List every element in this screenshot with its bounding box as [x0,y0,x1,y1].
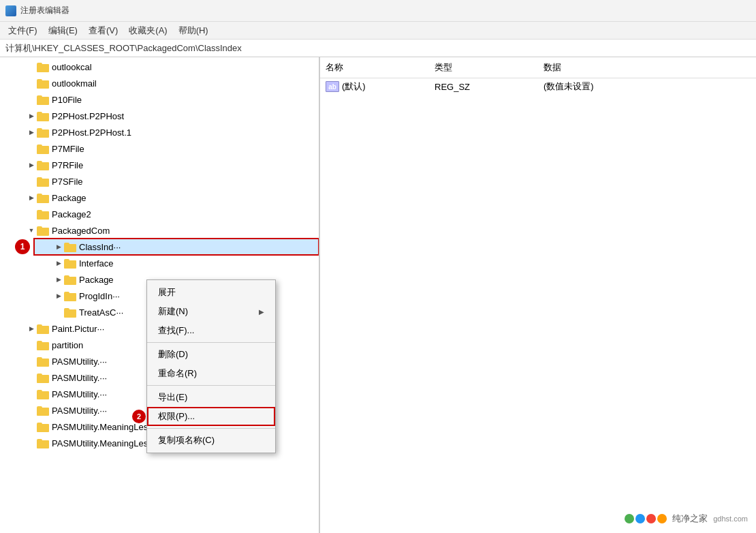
expand-icon [26,61,37,72]
col-type: 类型 [429,60,538,75]
tree-label: outlookmail [52,78,97,89]
ctx-copy-name[interactable]: 复制项名称(C) [147,431,275,450]
tree-label: PASMUtility.··· [52,389,107,399]
tree-item[interactable]: ▶ P7RFile [20,157,319,173]
tree-label: Package2 [52,209,91,219]
folder-icon [64,241,76,252]
tree-label: PASMUtility.··· [52,406,107,416]
tree-item[interactable]: outlookcal [20,59,319,75]
tree-item[interactable]: ▶ P2PHost.P2PHost.1 [20,124,319,140]
folder-icon [37,356,49,367]
folder-icon [37,339,49,350]
ctx-new[interactable]: 新建(N) ▶ [147,302,275,321]
folder-icon [37,61,49,72]
badge-2: 2 [132,410,146,423]
tree-label: P2PHost.P2PHost.1 [52,127,131,138]
expand-icon: ▶ [53,274,64,285]
folder-icon [37,176,49,187]
ctx-expand[interactable]: 展开 [147,283,275,302]
title-bar-text: 注册表编辑器 [20,5,69,16]
tree-label: P2PHost.P2PHost [52,111,124,121]
ctx-delete[interactable]: 删除(D) [147,345,275,364]
folder-icon [37,389,49,399]
app-icon [5,5,16,16]
tree-item[interactable]: ▶ P2PHost.P2PHost [20,108,319,124]
menu-view[interactable]: 查看(V) [83,23,123,38]
folder-icon [37,421,49,432]
menu-file[interactable]: 文件(F) [3,23,43,38]
tree-item-classindex[interactable]: 1 ▶ ClassInd··· [34,239,319,255]
expand-icon [26,78,37,89]
col-data: 数据 [538,60,756,75]
reg-name-cell: ab (默认) [320,79,429,94]
folder-icon [37,209,49,219]
tree-label: P7SFile [52,177,83,187]
tree-label: ProgIdIn··· [79,291,120,301]
logo-dot-red [646,514,656,523]
logo-dot-green [625,514,634,523]
col-name: 名称 [320,60,429,75]
folder-icon [37,438,49,448]
tree-item[interactable]: P10File [20,91,319,108]
folder-icon [64,274,76,285]
folder-icon [37,159,49,170]
tree-item-interface[interactable]: ▶ Interface [34,255,319,271]
watermark-text: 纯净之家 [672,513,708,525]
tree-label: P7RFile [52,160,83,170]
tree-label: TreatAsC··· [79,307,123,318]
menu-bar: 文件(F) 编辑(E) 查看(V) 收藏夹(A) 帮助(H) [0,22,756,40]
expand-icon: ▶ [26,110,37,121]
tree-item[interactable]: Package2 [20,206,319,222]
expand-icon [26,389,37,399]
tree-item[interactable]: P7MFile [20,140,319,157]
right-data-row[interactable]: ab (默认) REG_SZ (数值未设置) [320,78,756,95]
folder-icon [37,372,49,383]
folder-icon [37,225,49,236]
reg-data-cell: (数值未设置) [538,79,756,94]
ctx-export[interactable]: 导出(E) [147,388,275,407]
tree-item[interactable]: ▶ Package [20,189,319,206]
logo-dot-blue [635,514,645,523]
tree-item-packagedcom[interactable]: ▼ PackagedCom [20,222,319,239]
ctx-arrow-icon: ▶ [259,308,264,316]
ctx-separator [147,385,275,386]
tree-item[interactable]: outlookmail [20,75,319,91]
tree-item[interactable]: P7SFile [20,173,319,189]
expand-icon [26,405,37,416]
tree-label: PASMUtility.··· [52,356,107,367]
tree-label: Package [79,275,114,285]
tree-label: P10File [52,95,82,105]
main-content: outlookcal outlookmail P10File ▶ P2PHost… [0,57,756,533]
ctx-separator [147,342,275,343]
reg-name-label: (默认) [342,80,366,93]
expand-icon [26,438,37,448]
menu-edit[interactable]: 编辑(E) [43,23,83,38]
menu-help[interactable]: 帮助(H) [173,23,214,38]
menu-favorites[interactable]: 收藏夹(A) [123,23,172,38]
expand-icon: ▶ [26,127,37,138]
expand-icon [26,176,37,187]
ctx-find[interactable]: 查找(F)... [147,321,275,340]
folder-icon [37,94,49,105]
ctx-rename[interactable]: 重命名(R) [147,364,275,383]
expand-icon [26,372,37,383]
expand-icon [26,94,37,105]
tree-label: P7MFile [52,144,84,154]
watermark: 纯净之家 gdhst.com [625,513,748,525]
expand-icon [26,143,37,154]
tree-label: PackagedCom [52,226,110,236]
tree-label: partition [52,340,83,350]
reg-type-icon: ab [326,81,339,92]
folder-icon [64,290,76,301]
watermark-logo [625,514,667,523]
folder-icon [37,323,49,334]
folder-icon [37,405,49,416]
folder-icon [37,127,49,138]
ctx-permission[interactable]: 2 权限(P)... [147,407,275,426]
watermark-url: gdhst.com [713,515,748,523]
expand-icon: ▼ [26,225,37,236]
folder-icon [64,307,76,318]
tree-label: PASMUtility.··· [52,373,107,383]
expand-icon: ▶ [53,290,64,301]
expand-icon: ▶ [53,258,64,269]
